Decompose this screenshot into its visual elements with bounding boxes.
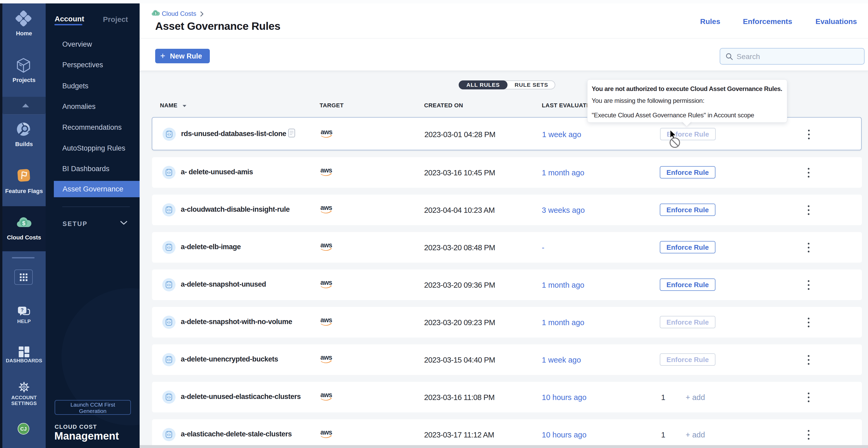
svg-text:CJ: CJ — [20, 426, 27, 432]
svg-text:?: ? — [21, 307, 24, 313]
svg-text:aws: aws — [320, 316, 332, 323]
svg-text:$: $ — [155, 11, 156, 15]
svg-text:aws: aws — [320, 167, 332, 174]
svg-text:aws: aws — [321, 129, 332, 136]
svg-text:$: $ — [22, 220, 25, 227]
svg-text:aws: aws — [320, 429, 332, 436]
svg-text:aws: aws — [320, 204, 332, 211]
svg-text:aws: aws — [320, 354, 332, 361]
svg-text:aws: aws — [320, 242, 332, 249]
svg-text:aws: aws — [320, 391, 332, 399]
svg-text:aws: aws — [320, 279, 332, 286]
